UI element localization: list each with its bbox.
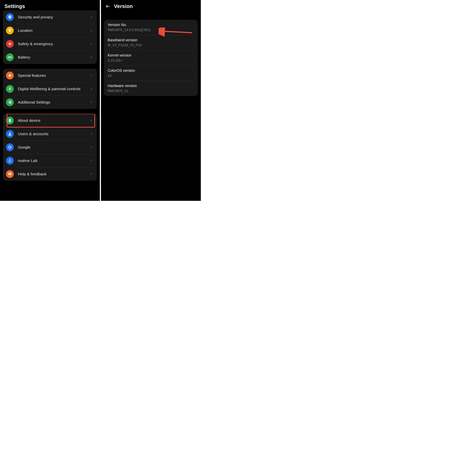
settings-row-users[interactable]: Users & accounts xyxy=(3,127,97,141)
row-label: realme Lab xyxy=(18,158,90,163)
svg-point-11 xyxy=(9,133,10,134)
version-row[interactable]: ColorOS version14 xyxy=(104,66,198,81)
chevron-right-icon xyxy=(90,146,93,149)
settings-row-wellbeing[interactable]: Digital Wellbeing & parental controls xyxy=(3,82,97,96)
version-row-value: RMX3870_14.0.0.501(EX01) xyxy=(108,28,194,32)
chevron-right-icon xyxy=(90,87,93,91)
google-icon xyxy=(6,143,14,151)
heart-person-icon xyxy=(6,85,14,93)
svg-rect-13 xyxy=(9,173,9,173)
settings-group: Special featuresDigital Wellbeing & pare… xyxy=(3,69,97,109)
arrow-left-icon xyxy=(105,4,110,9)
settings-row-additional[interactable]: Additional Settings xyxy=(3,96,97,109)
svg-rect-9 xyxy=(9,119,11,122)
settings-row-special[interactable]: Special features xyxy=(3,69,97,82)
row-label: About device xyxy=(18,118,90,123)
settings-title: Settings xyxy=(4,3,25,9)
version-header: Version xyxy=(101,0,201,12)
settings-group: Security and privacyLocationSafety & eme… xyxy=(3,10,97,64)
version-row[interactable]: Baseband versionM_V3_P10,M_V3_P10 xyxy=(104,35,198,50)
settings-group: About deviceUsers & accountsGooglerealme… xyxy=(3,114,97,181)
version-row-label: Kernel version xyxy=(108,53,194,57)
star-icon xyxy=(6,72,14,79)
row-label: Users & accounts xyxy=(18,132,90,136)
version-row-label: Version No. xyxy=(108,23,194,27)
row-label: Safety & emergency xyxy=(18,41,90,46)
chevron-right-icon xyxy=(90,74,93,77)
row-label: Google xyxy=(18,145,90,150)
gear-icon xyxy=(6,98,14,106)
book-icon xyxy=(6,170,14,178)
version-row-label: ColorOS version xyxy=(108,68,194,73)
version-panel: Version Version No.RMX3870_14.0.0.501(EX… xyxy=(101,0,201,201)
back-button[interactable] xyxy=(105,4,110,9)
flask-icon xyxy=(6,157,14,165)
row-label: Security and privacy xyxy=(18,15,90,19)
svg-rect-14 xyxy=(9,174,9,174)
asterisk-icon xyxy=(6,40,14,48)
chevron-right-icon xyxy=(90,29,93,32)
chevron-right-icon xyxy=(90,42,93,46)
chevron-right-icon xyxy=(90,172,93,176)
version-row[interactable]: Version No.RMX3870_14.0.0.501(EX01) xyxy=(104,20,198,35)
row-label: Location xyxy=(18,28,90,33)
settings-header: Settings xyxy=(0,0,100,12)
version-row[interactable]: Kernel version4.19.191+ xyxy=(104,50,198,66)
settings-list[interactable]: Security and privacyLocationSafety & eme… xyxy=(0,10,100,181)
settings-row-help[interactable]: Help & feedback xyxy=(3,167,97,181)
row-label: Digital Wellbeing & parental controls xyxy=(18,86,90,91)
svg-rect-7 xyxy=(11,57,12,58)
version-row[interactable]: Hardware versionRMX3870_11 xyxy=(104,81,198,96)
version-card: Version No.RMX3870_14.0.0.501(EX01)Baseb… xyxy=(104,20,198,96)
device-icon xyxy=(6,117,14,124)
svg-rect-10 xyxy=(9,121,10,121)
person-icon xyxy=(6,130,14,138)
settings-panel: Settings Security and privacyLocationSaf… xyxy=(0,0,100,201)
settings-row-safety[interactable]: Safety & emergency xyxy=(3,37,97,51)
version-row-value: 4.19.191+ xyxy=(108,59,194,63)
chevron-right-icon xyxy=(90,101,93,104)
chevron-right-icon xyxy=(90,16,93,19)
row-label: Battery xyxy=(18,55,90,60)
version-row-value: 14 xyxy=(108,74,194,78)
settings-row-realme-lab[interactable]: realme Lab xyxy=(3,154,97,167)
svg-point-2 xyxy=(9,30,10,31)
svg-rect-1 xyxy=(10,17,10,17)
row-label: Special features xyxy=(18,73,90,78)
chevron-right-icon xyxy=(90,132,93,136)
chevron-right-icon xyxy=(90,119,93,122)
row-label: Additional Settings xyxy=(18,100,90,105)
battery-icon xyxy=(6,53,14,61)
version-row-label: Baseband version xyxy=(108,38,194,42)
version-row-label: Hardware version xyxy=(108,84,194,88)
shield-icon xyxy=(6,13,14,21)
settings-row-security[interactable]: Security and privacy xyxy=(3,10,97,24)
pin-icon xyxy=(6,27,14,34)
version-title: Version xyxy=(114,3,133,9)
settings-row-battery[interactable]: Battery xyxy=(3,51,97,64)
settings-row-location[interactable]: Location xyxy=(3,24,97,37)
settings-row-google[interactable]: Google xyxy=(3,141,97,154)
version-row-value: RMX3870_11 xyxy=(108,89,194,93)
version-row-value: M_V3_P10,M_V3_P10 xyxy=(108,43,194,47)
chevron-right-icon xyxy=(90,159,93,162)
svg-point-8 xyxy=(9,87,10,89)
settings-row-about[interactable]: About device xyxy=(3,114,97,127)
chevron-right-icon xyxy=(90,56,93,59)
row-label: Help & feedback xyxy=(18,172,90,176)
